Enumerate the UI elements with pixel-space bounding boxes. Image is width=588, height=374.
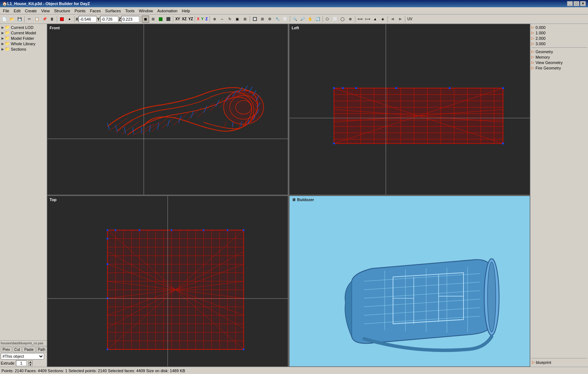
merge-button[interactable]: ⊲ — [389, 16, 396, 23]
paste-button[interactable]: 📌 — [41, 16, 48, 23]
z-input[interactable] — [121, 16, 139, 22]
lod-item-0[interactable]: ▷ 0.000 — [531, 25, 587, 30]
minimize-button[interactable]: _ — [567, 1, 573, 6]
sel-rect-button[interactable]: ⬜ — [331, 16, 339, 23]
x-axis-button[interactable]: X — [196, 17, 200, 21]
sep9 — [290, 16, 290, 22]
spin-down[interactable]: ▼ — [28, 363, 33, 366]
pan-button[interactable]: ✋ — [306, 16, 314, 23]
uv-button[interactable]: UV — [406, 16, 414, 23]
menu-file[interactable]: File — [1, 8, 12, 14]
settings-button[interactable]: ⚙ — [266, 16, 274, 23]
lod-item-geometry[interactable]: ▷ Geometry — [531, 49, 587, 54]
select-button[interactable]: ▣ — [234, 16, 241, 23]
yz-button[interactable]: YZ — [188, 17, 194, 21]
tree-item-model-folder[interactable]: ▶ 📁 Model Folder — [1, 35, 46, 41]
menu-window[interactable]: Window — [137, 8, 155, 14]
spin-up[interactable]: ▲ — [28, 360, 33, 363]
lod-item-fire-geometry[interactable]: ▷ Fire Geometry — [531, 65, 587, 71]
menu-structure[interactable]: Structure — [52, 8, 72, 14]
sel-all-button[interactable]: ⬡ — [324, 16, 331, 23]
render-wire-button[interactable]: ⊞ — [149, 16, 157, 23]
close-button[interactable]: ✕ — [580, 1, 586, 6]
lod-item-memory[interactable]: ▷ Memory — [531, 54, 587, 60]
scale-button[interactable]: ↔ — [219, 16, 226, 23]
x-input[interactable] — [79, 16, 97, 22]
flip-button[interactable]: ⟼ — [364, 16, 371, 23]
top-viewport[interactable]: Top — [47, 196, 288, 367]
tab-paste[interactable]: Paste — [22, 347, 35, 352]
tree-item-sections[interactable]: ▶ 📁 Sections — [1, 46, 46, 52]
blueprint-button[interactable]: ▷ blueprint — [531, 358, 587, 366]
sep6 — [195, 16, 195, 22]
tree-item-current-lod[interactable]: ▶ 📁 Current LOD — [1, 25, 46, 30]
transform-button[interactable]: ⊕ — [211, 16, 218, 23]
tool3-button[interactable]: 🔧 — [274, 16, 281, 23]
tool4-button[interactable]: ⬜ — [282, 16, 289, 23]
render-opt2-button[interactable]: ⬛ — [165, 16, 172, 23]
new-button[interactable]: 📄 — [1, 16, 8, 23]
point-toggle[interactable]: ● — [66, 16, 73, 23]
lod-item-1[interactable]: ▷ 1.000 — [531, 30, 587, 35]
lod-item-3[interactable]: ▷ 3.000 — [531, 41, 587, 46]
lod-item-view-geometry[interactable]: ▷ View Geometry — [531, 60, 587, 65]
sep2 — [57, 16, 57, 22]
tab-path[interactable]: Path — [36, 347, 47, 352]
tree-item-current-model[interactable]: ▶ 📁 Current Model — [1, 30, 46, 35]
blueprint-label: blueprint — [536, 360, 551, 365]
extrude-spinner[interactable]: ▲ ▼ — [28, 360, 33, 366]
zoom-in-button[interactable]: 🔍 — [291, 16, 299, 23]
menu-edit[interactable]: Edit — [12, 8, 23, 14]
object-select[interactable]: #This object — [1, 353, 44, 360]
snap2-button[interactable]: ⊕ — [347, 16, 354, 23]
extrude-tb-button[interactable]: ▲ — [372, 16, 379, 23]
front-crosshair-h — [47, 139, 288, 139]
grid-button[interactable]: ⊞ — [259, 16, 266, 23]
lod-item-2[interactable]: ▷ 2.000 — [531, 35, 587, 41]
lod-label-view-geometry: View Geometry — [536, 60, 563, 65]
zoom-out-button[interactable]: 🔎 — [299, 16, 306, 23]
menu-view[interactable]: View — [39, 8, 52, 14]
open-button[interactable]: 📂 — [8, 16, 16, 23]
weld-button[interactable]: ⊳ — [397, 16, 404, 23]
magnet-button[interactable]: 🔲 — [251, 16, 258, 23]
left-viewport[interactable]: Left — [289, 24, 530, 195]
rotate-button[interactable]: ↻ — [226, 16, 233, 23]
tree-item-whole-library[interactable]: ▶ 📁 Whole Library — [1, 41, 46, 46]
menu-create[interactable]: Create — [23, 8, 39, 14]
main-layout: ▶ 📁 Current LOD ▶ 📁 Current Model ▶ 📁 Mo… — [0, 24, 588, 367]
cut-button[interactable]: ✂ — [26, 16, 33, 23]
sel-lasso-button[interactable]: ◯ — [339, 16, 346, 23]
subdivide-button[interactable]: ◈ — [379, 16, 386, 23]
delete-button[interactable]: 🗑 — [48, 16, 56, 23]
menu-help[interactable]: Help — [179, 8, 192, 14]
z-axis-button[interactable]: Z — [205, 17, 208, 21]
save-button[interactable]: 💾 — [16, 16, 23, 23]
orbit-button[interactable]: 🔄 — [314, 16, 321, 23]
y-axis-button[interactable]: Y — [200, 17, 204, 21]
copy-button[interactable]: 📋 — [33, 16, 41, 23]
tab-prev[interactable]: Prev — [1, 347, 12, 352]
xy-button[interactable]: XY — [174, 17, 181, 21]
render-solid-button[interactable]: ◼ — [142, 16, 149, 23]
menu-faces[interactable]: Faces — [88, 8, 103, 14]
front-viewport[interactable]: Front — [47, 24, 288, 195]
tab-cut[interactable]: Cut — [13, 347, 22, 352]
menu-automation[interactable]: Automation — [155, 8, 180, 14]
y-input[interactable] — [100, 16, 118, 22]
maximize-button[interactable]: □ — [574, 1, 579, 6]
left-panel: ▶ 📁 Current LOD ▶ 📁 Current Model ▶ 📁 Mo… — [0, 24, 47, 367]
xz-button[interactable]: XZ — [181, 17, 187, 21]
svg-rect-144 — [107, 238, 108, 239]
buldozer-viewport[interactable]: 🖥 Buldozer — [289, 196, 530, 367]
snap-button[interactable]: ⊞ — [241, 16, 249, 23]
menu-tools[interactable]: Tools — [123, 8, 137, 14]
render-sq-button[interactable] — [157, 16, 164, 23]
menu-surfaces[interactable]: Surfaces — [103, 8, 123, 14]
menu-points[interactable]: Points — [72, 8, 88, 14]
extrude-input[interactable] — [16, 360, 27, 366]
color-red-button[interactable] — [58, 16, 65, 23]
svg-rect-90 — [395, 87, 397, 89]
sep13 — [405, 16, 405, 22]
mirror-button[interactable]: ⟺ — [356, 16, 364, 23]
